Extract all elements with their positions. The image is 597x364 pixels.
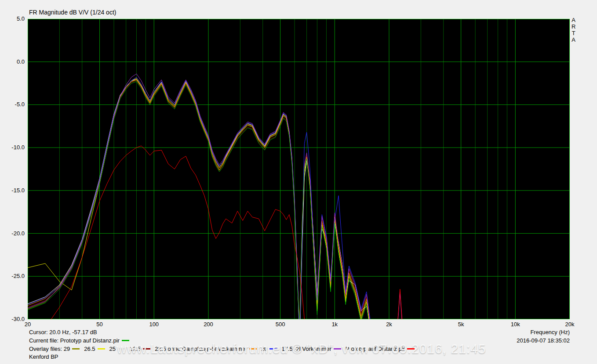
overlay-item: 26.5 [84,346,108,352]
x-tick-label: 200 [196,321,221,328]
arta-letter: A [572,17,575,23]
overlay-item: Prototyp auf Distanz.pir [346,346,418,352]
overlay-item: 17.5 -2l Vorkammer [281,346,344,352]
arta-letter: T [572,30,575,36]
overlay-item-label: 26.5 [84,346,95,352]
x-tick-label: 20k [557,321,582,328]
overlay-item: 22.5 [130,346,154,352]
x-tick-label: 20 [15,321,40,328]
overlay-item-label: 22.5 ohne Dämpfung -5l Vorkammer [155,346,247,352]
fr-magnitude-chart[interactable] [28,19,570,319]
overlay-color-dash [98,348,105,350]
plot-area[interactable] [28,19,570,319]
overlay-files-row: Overlay files: 2926.52522.522.5 ohne Däm… [29,346,419,352]
overlay-color-dash [72,348,80,350]
overlay-color-dash [143,348,150,350]
x-axis-title: Frequency (Hz) [530,329,570,335]
project-name: Kenford BP [29,353,58,360]
overlay-color-dash [407,348,415,350]
measurement-datetime: 2016-09-07 18:35:02 [517,337,570,344]
curve-17.5-2l-vorkammer [28,74,404,319]
overlay-item-label: 29 [64,346,70,352]
current-file-color-dash [122,340,129,341]
overlay-files-label: Overlay files: [29,346,62,352]
overlay-item: 29 [64,346,83,352]
overlay-item-label: 17.5 -2l Vorkammer [281,346,331,352]
x-tick-label: 5k [449,321,473,328]
overlay-item: 22.5 ohne Dämpfung -5l Vorkammer [155,346,260,352]
x-tick-label: 50 [87,321,112,328]
current-file-row: Current file: Prototyp auf Distanz.pir [29,337,133,344]
plot-border [28,19,570,319]
overlay-color-dash [118,348,125,350]
overlay-color-dash [334,348,341,350]
arta-letter: R [572,23,575,30]
y-tick-label: -10.0 [1,144,25,151]
overlay-item-label: 22.5 [130,346,141,352]
y-tick-label: 5.0 [1,15,25,22]
y-tick-label: -25.0 [1,273,25,279]
cursor-readout: Cursor: 20.0 Hz, -57.17 dB [29,329,97,335]
current-file-label: Current file: Prototyp auf Distanz.pir [29,337,120,344]
x-tick-label: 100 [142,321,166,328]
overlay-item-label: Prototyp auf Distanz.pir [346,346,405,352]
x-tick-label: 1k [322,321,347,328]
y-tick-label: -20.0 [1,230,25,237]
overlay-item-label: 20 [261,346,267,352]
x-tick-label: 2k [377,321,401,328]
overlay-item-label: 25 [109,346,116,352]
y-tick-label: 0.0 [1,58,25,65]
x-tick-label: 500 [268,321,293,328]
y-tick-label: -15.0 [1,187,25,194]
plot-title: FR Magnitude dB V/V (1/24 oct) [29,9,116,16]
arta-logo: A R T A [572,17,575,43]
overlay-item: 25 [109,346,129,352]
overlay-item: 20 [261,346,280,352]
arta-letter: A [572,36,575,43]
arta-window: FR Magnitude dB V/V (1/24 oct) A R T A 5… [0,0,597,364]
overlay-files-list: 2926.52522.522.5 ohne Dämpfung -5l Vorka… [64,346,419,352]
y-tick-label: -5.0 [1,101,25,108]
overlay-color-dash [269,348,277,350]
curves-group [28,74,404,319]
x-tick-label: 10k [503,321,528,328]
overlay-color-dash [249,348,257,350]
